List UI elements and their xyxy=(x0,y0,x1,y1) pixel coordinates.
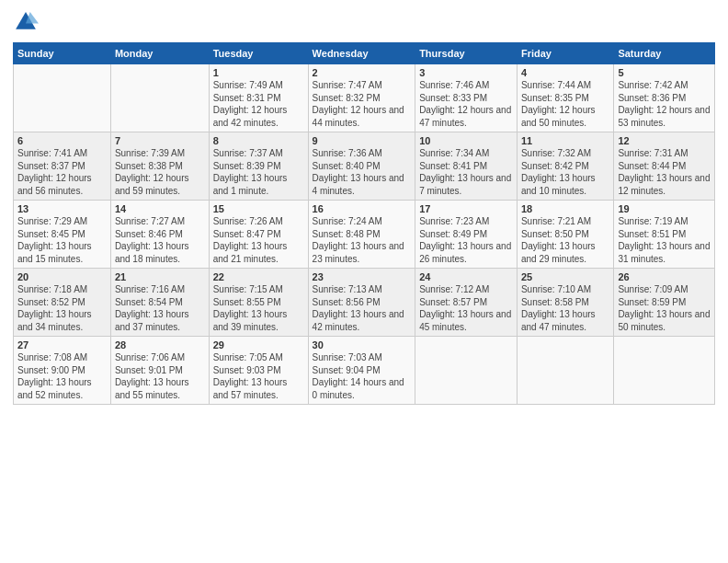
cell-content: Sunrise: 7:46 AMSunset: 8:33 PMDaylight:… xyxy=(419,79,513,129)
calendar-cell: 25Sunrise: 7:10 AMSunset: 8:58 PMDayligh… xyxy=(517,269,613,337)
day-number: 8 xyxy=(213,135,304,146)
calendar-cell: 22Sunrise: 7:15 AMSunset: 8:55 PMDayligh… xyxy=(209,269,308,337)
day-number: 16 xyxy=(313,203,412,214)
cell-content: Sunrise: 7:09 AMSunset: 8:59 PMDaylight:… xyxy=(618,283,711,333)
cell-content: Sunrise: 7:24 AMSunset: 8:48 PMDaylight:… xyxy=(313,215,412,265)
calendar-cell: 29Sunrise: 7:05 AMSunset: 9:03 PMDayligh… xyxy=(209,337,308,405)
calendar-cell: 27Sunrise: 7:08 AMSunset: 9:00 PMDayligh… xyxy=(14,337,111,405)
day-of-week-header: Wednesday xyxy=(308,43,415,64)
day-number: 24 xyxy=(419,271,513,282)
day-of-week-header: Friday xyxy=(517,43,613,64)
calendar-cell: 26Sunrise: 7:09 AMSunset: 8:59 PMDayligh… xyxy=(614,269,715,337)
day-number: 11 xyxy=(521,135,609,146)
page: SundayMondayTuesdayWednesdayThursdayFrid… xyxy=(0,0,728,563)
calendar-cell xyxy=(415,337,518,405)
day-number: 4 xyxy=(521,67,609,78)
calendar-week-row: 1Sunrise: 7:49 AMSunset: 8:31 PMDaylight… xyxy=(14,64,715,132)
day-number: 2 xyxy=(313,67,412,78)
calendar-cell: 9Sunrise: 7:36 AMSunset: 8:40 PMDaylight… xyxy=(308,132,415,201)
day-of-week-header: Saturday xyxy=(614,43,715,64)
calendar-cell: 24Sunrise: 7:12 AMSunset: 8:57 PMDayligh… xyxy=(415,269,518,337)
calendar-cell: 2Sunrise: 7:47 AMSunset: 8:32 PMDaylight… xyxy=(308,64,415,132)
cell-content: Sunrise: 7:21 AMSunset: 8:50 PMDaylight:… xyxy=(521,215,609,265)
day-number: 12 xyxy=(618,135,711,146)
calendar-cell: 28Sunrise: 7:06 AMSunset: 9:01 PMDayligh… xyxy=(110,337,209,405)
day-number: 14 xyxy=(115,203,205,214)
day-of-week-header: Monday xyxy=(110,43,209,64)
calendar-cell: 19Sunrise: 7:19 AMSunset: 8:51 PMDayligh… xyxy=(614,201,715,269)
logo xyxy=(13,9,42,35)
calendar-cell: 11Sunrise: 7:32 AMSunset: 8:42 PMDayligh… xyxy=(517,132,613,201)
calendar-cell: 8Sunrise: 7:37 AMSunset: 8:39 PMDaylight… xyxy=(209,132,308,201)
cell-content: Sunrise: 7:12 AMSunset: 8:57 PMDaylight:… xyxy=(419,283,513,333)
calendar-week-row: 13Sunrise: 7:29 AMSunset: 8:45 PMDayligh… xyxy=(14,201,715,269)
calendar-cell: 4Sunrise: 7:44 AMSunset: 8:35 PMDaylight… xyxy=(517,64,613,132)
calendar-cell xyxy=(614,337,715,405)
cell-content: Sunrise: 7:27 AMSunset: 8:46 PMDaylight:… xyxy=(115,215,205,265)
day-number: 25 xyxy=(521,271,609,282)
cell-content: Sunrise: 7:29 AMSunset: 8:45 PMDaylight:… xyxy=(17,215,107,265)
calendar-cell: 15Sunrise: 7:26 AMSunset: 8:47 PMDayligh… xyxy=(209,201,308,269)
day-number: 13 xyxy=(17,203,107,214)
cell-content: Sunrise: 7:08 AMSunset: 9:00 PMDaylight:… xyxy=(17,351,107,401)
day-of-week-header: Sunday xyxy=(14,43,111,64)
cell-content: Sunrise: 7:16 AMSunset: 8:54 PMDaylight:… xyxy=(115,283,205,333)
cell-content: Sunrise: 7:05 AMSunset: 9:03 PMDaylight:… xyxy=(213,351,304,401)
logo-icon xyxy=(13,9,39,35)
day-number: 5 xyxy=(618,67,711,78)
cell-content: Sunrise: 7:18 AMSunset: 8:52 PMDaylight:… xyxy=(17,283,107,333)
day-number: 10 xyxy=(419,135,513,146)
day-number: 7 xyxy=(115,135,205,146)
cell-content: Sunrise: 7:37 AMSunset: 8:39 PMDaylight:… xyxy=(213,147,304,197)
calendar-week-row: 6Sunrise: 7:41 AMSunset: 8:37 PMDaylight… xyxy=(14,132,715,201)
day-number: 3 xyxy=(419,67,513,78)
cell-content: Sunrise: 7:26 AMSunset: 8:47 PMDaylight:… xyxy=(213,215,304,265)
day-number: 21 xyxy=(115,271,205,282)
day-of-week-header: Thursday xyxy=(415,43,518,64)
calendar-cell: 18Sunrise: 7:21 AMSunset: 8:50 PMDayligh… xyxy=(517,201,613,269)
calendar-table: SundayMondayTuesdayWednesdayThursdayFrid… xyxy=(13,42,715,405)
cell-content: Sunrise: 7:49 AMSunset: 8:31 PMDaylight:… xyxy=(213,79,304,129)
calendar-cell: 10Sunrise: 7:34 AMSunset: 8:41 PMDayligh… xyxy=(415,132,518,201)
calendar-cell: 1Sunrise: 7:49 AMSunset: 8:31 PMDaylight… xyxy=(209,64,308,132)
calendar-cell: 13Sunrise: 7:29 AMSunset: 8:45 PMDayligh… xyxy=(14,201,111,269)
day-number: 26 xyxy=(618,271,711,282)
calendar-cell xyxy=(517,337,613,405)
cell-content: Sunrise: 7:41 AMSunset: 8:37 PMDaylight:… xyxy=(17,147,107,197)
day-number: 1 xyxy=(213,67,304,78)
calendar-cell: 20Sunrise: 7:18 AMSunset: 8:52 PMDayligh… xyxy=(14,269,111,337)
cell-content: Sunrise: 7:32 AMSunset: 8:42 PMDaylight:… xyxy=(521,147,609,197)
day-number: 22 xyxy=(213,271,304,282)
calendar-cell: 23Sunrise: 7:13 AMSunset: 8:56 PMDayligh… xyxy=(308,269,415,337)
cell-content: Sunrise: 7:42 AMSunset: 8:36 PMDaylight:… xyxy=(618,79,711,129)
calendar-cell: 12Sunrise: 7:31 AMSunset: 8:44 PMDayligh… xyxy=(614,132,715,201)
cell-content: Sunrise: 7:19 AMSunset: 8:51 PMDaylight:… xyxy=(618,215,711,265)
cell-content: Sunrise: 7:15 AMSunset: 8:55 PMDaylight:… xyxy=(213,283,304,333)
calendar-cell: 21Sunrise: 7:16 AMSunset: 8:54 PMDayligh… xyxy=(110,269,209,337)
calendar-cell: 14Sunrise: 7:27 AMSunset: 8:46 PMDayligh… xyxy=(110,201,209,269)
cell-content: Sunrise: 7:47 AMSunset: 8:32 PMDaylight:… xyxy=(313,79,412,129)
calendar-cell: 6Sunrise: 7:41 AMSunset: 8:37 PMDaylight… xyxy=(14,132,111,201)
day-number: 17 xyxy=(419,203,513,214)
day-number: 23 xyxy=(313,271,412,282)
calendar-cell: 16Sunrise: 7:24 AMSunset: 8:48 PMDayligh… xyxy=(308,201,415,269)
day-of-week-header: Tuesday xyxy=(209,43,308,64)
cell-content: Sunrise: 7:36 AMSunset: 8:40 PMDaylight:… xyxy=(313,147,412,197)
calendar-cell xyxy=(14,64,111,132)
day-number: 6 xyxy=(17,135,107,146)
calendar-week-row: 27Sunrise: 7:08 AMSunset: 9:00 PMDayligh… xyxy=(14,337,715,405)
calendar-cell xyxy=(110,64,209,132)
cell-content: Sunrise: 7:44 AMSunset: 8:35 PMDaylight:… xyxy=(521,79,609,129)
calendar-cell: 30Sunrise: 7:03 AMSunset: 9:04 PMDayligh… xyxy=(308,337,415,405)
day-number: 19 xyxy=(618,203,711,214)
calendar-cell: 3Sunrise: 7:46 AMSunset: 8:33 PMDaylight… xyxy=(415,64,518,132)
day-number: 20 xyxy=(17,271,107,282)
cell-content: Sunrise: 7:03 AMSunset: 9:04 PMDaylight:… xyxy=(313,351,412,401)
day-number: 27 xyxy=(17,339,107,350)
cell-content: Sunrise: 7:06 AMSunset: 9:01 PMDaylight:… xyxy=(115,351,205,401)
calendar-cell: 7Sunrise: 7:39 AMSunset: 8:38 PMDaylight… xyxy=(110,132,209,201)
day-number: 9 xyxy=(313,135,412,146)
cell-content: Sunrise: 7:23 AMSunset: 8:49 PMDaylight:… xyxy=(419,215,513,265)
day-number: 15 xyxy=(213,203,304,214)
day-number: 28 xyxy=(115,339,205,350)
